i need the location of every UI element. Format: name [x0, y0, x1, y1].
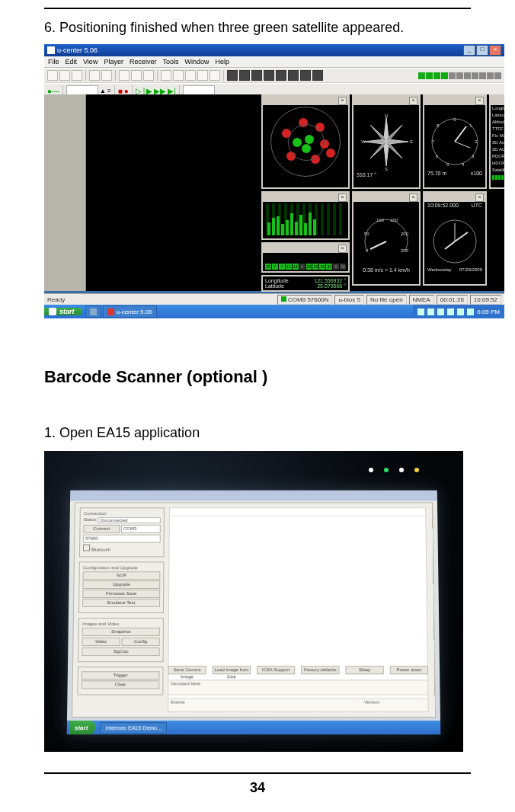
- step-6-text: 6. Positioning finished when three green…: [44, 20, 404, 36]
- panel-close-icon[interactable]: ×: [338, 97, 347, 105]
- panel-close-icon[interactable]: ×: [475, 97, 484, 105]
- toolbar-button[interactable]: [300, 70, 311, 81]
- sleep-button[interactable]: Sleep: [346, 666, 384, 674]
- menu-help[interactable]: Help: [215, 58, 229, 66]
- tray-icon[interactable]: [437, 308, 444, 315]
- toolbar-button[interactable]: [185, 70, 196, 81]
- panel-close-icon[interactable]: ×: [409, 97, 417, 105]
- toolbar-button[interactable]: [143, 70, 154, 81]
- signal-block: [487, 72, 494, 79]
- toolbar-button[interactable]: [59, 70, 70, 81]
- sigcap-button[interactable]: SigCap: [82, 647, 159, 656]
- menu-receiver[interactable]: Receiver: [130, 58, 157, 66]
- satellite-red: [299, 118, 308, 127]
- panel-close-icon[interactable]: ×: [409, 193, 417, 202]
- toolbar-button[interactable]: [47, 70, 58, 81]
- menu-player[interactable]: Player: [104, 58, 123, 66]
- taskbar-app-ea15[interactable]: Intermec EA15 Demo...: [100, 722, 167, 734]
- panel-close-icon[interactable]: ×: [338, 193, 347, 202]
- toolbar-button[interactable]: [251, 70, 262, 81]
- ea15-app-window: Connection Status Disconnected Connect C…: [72, 502, 436, 718]
- toolbar-button[interactable]: [288, 70, 299, 81]
- powerdown-button[interactable]: Power down: [390, 666, 428, 674]
- toolbar-button[interactable]: [197, 70, 208, 81]
- figure-ucenter-screenshot: u-center 5.06 _ □ × File Edit View Playe…: [44, 44, 504, 318]
- svg-text:4: 4: [462, 162, 465, 167]
- toolbar-button[interactable]: [89, 70, 100, 81]
- window-titlebar: u-center 5.06 _ □ ×: [44, 44, 504, 56]
- toolbar-button[interactable]: [131, 70, 142, 81]
- workspace: × ×: [44, 94, 504, 291]
- panel-position-info: × Longitude121.556932° Latitude25.079568…: [489, 94, 504, 189]
- taskbar-quicklaunch[interactable]: [85, 305, 101, 318]
- svg-marker-7: [386, 142, 402, 158]
- baud-select[interactable]: 57600: [83, 535, 161, 543]
- toolbar-button[interactable]: [101, 70, 112, 81]
- satellite-red: [311, 155, 320, 164]
- svg-text:W: W: [361, 139, 366, 144]
- port-select[interactable]: COM3: [121, 525, 161, 533]
- signal-block: [426, 72, 433, 79]
- panel-close-icon[interactable]: ×: [475, 193, 484, 202]
- menu-view[interactable]: View: [83, 58, 98, 66]
- snapshot-button[interactable]: Snapshot: [82, 628, 160, 636]
- svg-line-33: [445, 241, 455, 249]
- play-icon[interactable]: ▶: [146, 87, 152, 95]
- toolbar-button[interactable]: [276, 70, 286, 81]
- menu-tools[interactable]: Tools: [162, 58, 178, 66]
- start-button[interactable]: start: [44, 308, 82, 315]
- toolbar-button[interactable]: [312, 70, 323, 81]
- svg-text:0: 0: [366, 248, 369, 253]
- load-image-button[interactable]: Load image from Disk: [213, 666, 251, 674]
- menu-edit[interactable]: Edit: [66, 58, 78, 66]
- toolbar-button[interactable]: [119, 70, 130, 81]
- play-icon[interactable]: ▷: [136, 87, 142, 95]
- tray-icon[interactable]: [467, 308, 474, 315]
- panel-close-icon[interactable]: ×: [338, 245, 347, 253]
- start-button[interactable]: start: [70, 721, 96, 734]
- video-button[interactable]: Video: [82, 638, 120, 646]
- config-button[interactable]: Config: [122, 638, 160, 646]
- section-heading-barcode: Barcode Scanner (optional ): [44, 367, 267, 387]
- icsa-button[interactable]: ICSA Support: [257, 666, 295, 674]
- toolbar-button[interactable]: [72, 70, 82, 81]
- upgrade-button[interactable]: Upgrade: [82, 580, 160, 589]
- toolbar-button[interactable]: [173, 70, 184, 81]
- record-icon[interactable]: ■: [118, 87, 123, 95]
- minimize-button[interactable]: _: [463, 45, 475, 56]
- menu-file[interactable]: File: [48, 58, 59, 66]
- figure-ea15-photo: Connection Status Disconnected Connect C…: [44, 451, 463, 752]
- firmware-button[interactable]: Firmware Save: [82, 590, 160, 598]
- clock-tz: UTC: [472, 203, 482, 208]
- toolbar-button[interactable]: [227, 70, 238, 81]
- clear-button[interactable]: Clear: [82, 680, 160, 689]
- tray-icon[interactable]: [457, 308, 464, 315]
- svg-line-30: [370, 241, 386, 249]
- satellite-green: [293, 138, 302, 147]
- maximize-button[interactable]: □: [476, 45, 488, 56]
- factory-button[interactable]: Factory defaults: [301, 666, 339, 674]
- save-image-button[interactable]: Save Current Image: [168, 666, 206, 674]
- trigger-button[interactable]: Trigger: [82, 671, 160, 679]
- group-config: Configuration and Upgrade NOP Upgrade Fi…: [78, 561, 164, 613]
- taskbar-app-ucenter[interactable]: u-center 5.06: [103, 305, 157, 318]
- menu-window[interactable]: Window: [184, 58, 209, 66]
- end-icon[interactable]: ▶|: [168, 87, 176, 95]
- fwd-icon[interactable]: ▶▶: [154, 87, 166, 95]
- toolbar-button[interactable]: [210, 70, 220, 81]
- satellite-green: [302, 144, 311, 153]
- tray-icon[interactable]: [447, 308, 454, 315]
- top-rule: [44, 8, 471, 9]
- toolbar-button[interactable]: [161, 70, 171, 81]
- close-button[interactable]: ×: [489, 45, 501, 56]
- tray-icon[interactable]: [427, 308, 434, 315]
- connect-button[interactable]: Connect: [83, 525, 120, 533]
- emulator-button[interactable]: Emulator Test: [82, 599, 160, 607]
- play-icon[interactable]: ●—: [47, 87, 59, 95]
- toolbar-button[interactable]: [239, 70, 250, 81]
- nop-button[interactable]: NOP: [83, 571, 161, 580]
- tray-icon[interactable]: [417, 308, 424, 315]
- toolbar-button[interactable]: [264, 70, 274, 81]
- record-icon[interactable]: ●: [124, 87, 129, 95]
- svg-line-23: [455, 142, 470, 148]
